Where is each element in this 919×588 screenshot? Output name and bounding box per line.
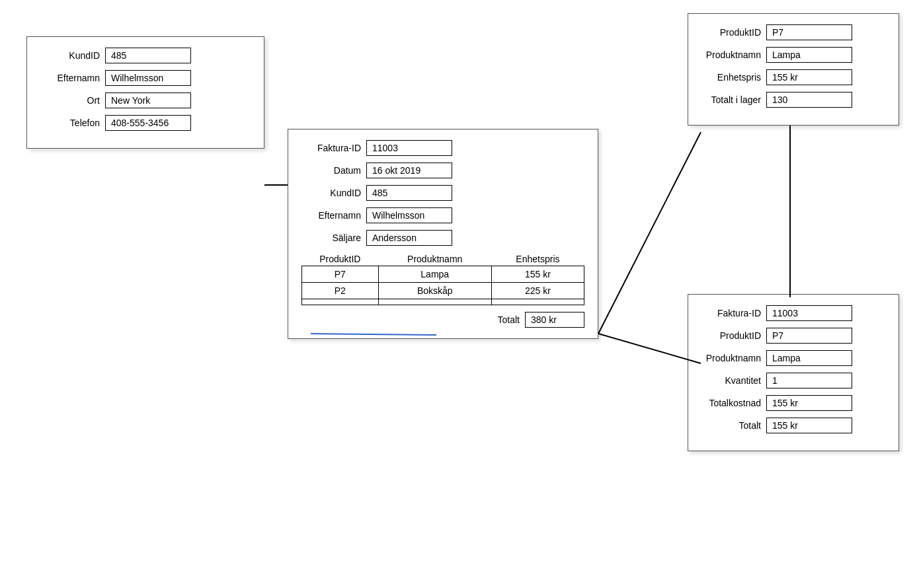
- totalt-value: 380 kr: [525, 312, 584, 328]
- efternamn-label: Efternamn: [40, 73, 100, 83]
- product-price-value: 155 kr: [766, 69, 852, 85]
- kundid-label: KundID: [40, 50, 100, 61]
- invoice-kundid-value: 485: [366, 185, 452, 201]
- table-cell-name: Lampa: [378, 266, 491, 283]
- saljare-label: Säljare: [301, 233, 361, 243]
- datum-label: Datum: [301, 165, 361, 176]
- product-price-label: Enhetspris: [701, 72, 761, 83]
- ort-label: Ort: [40, 95, 100, 106]
- product-stock-label: Totalt i lager: [701, 94, 761, 105]
- invoice-kundid-label: KundID: [301, 188, 361, 198]
- table-cell-id: [302, 299, 379, 305]
- product-id-label: ProduktID: [701, 27, 761, 38]
- svg-line-2: [598, 334, 701, 363]
- table-cell-price: [491, 299, 584, 305]
- product-name-label: Produktnamn: [701, 50, 761, 60]
- ol-totalt-label: Totalt: [701, 420, 761, 431]
- ol-faktura-label: Faktura-ID: [701, 308, 761, 318]
- table-row: P7Lampa155 kr: [302, 266, 584, 283]
- ol-kvantitet-value: 1: [766, 373, 852, 388]
- faktura-id-label: Faktura-ID: [301, 143, 361, 153]
- ol-totalkostnad-value: 155 kr: [766, 395, 852, 411]
- invoice-efternamn-value: Wilhelmsson: [366, 207, 452, 223]
- table-cell-price: 155 kr: [491, 266, 584, 283]
- table-cell-price: 225 kr: [491, 283, 584, 299]
- invoice-product-table: ProduktID Produktnamn Enhetspris P7Lampa…: [301, 252, 584, 305]
- product-card: ProduktID P7 Produktnamn Lampa Enhetspri…: [688, 13, 899, 126]
- table-cell-id: P2: [302, 283, 379, 299]
- table-cell-name: [378, 299, 491, 305]
- ol-produktid-value: P7: [766, 328, 852, 344]
- ol-totalt-value: 155 kr: [766, 418, 852, 433]
- datum-value: 16 okt 2019: [366, 163, 452, 178]
- totalt-label: Totalt: [498, 314, 520, 325]
- ol-produktnamn-label: Produktnamn: [701, 353, 761, 363]
- product-id-value: P7: [766, 24, 852, 40]
- orderline-card: Faktura-ID 11003 ProduktID P7 Produktnam…: [688, 294, 899, 451]
- kundid-value: 485: [105, 48, 191, 63]
- telefon-label: Telefon: [40, 118, 100, 128]
- telefon-value: 408-555-3456: [105, 115, 191, 131]
- table-cell-id: P7: [302, 266, 379, 283]
- ort-value: New York: [105, 92, 191, 108]
- table-row: P2Bokskåp225 kr: [302, 283, 584, 299]
- svg-line-1: [598, 132, 701, 334]
- product-name-value: Lampa: [766, 47, 852, 63]
- ol-totalkostnad-label: Totalkostnad: [701, 398, 761, 408]
- ol-kvantitet-label: Kvantitet: [701, 375, 761, 386]
- saljare-value: Andersson: [366, 230, 452, 246]
- ol-produktid-label: ProduktID: [701, 330, 761, 341]
- col-header-produktnamn: Produktnamn: [378, 252, 491, 266]
- invoice-efternamn-label: Efternamn: [301, 210, 361, 221]
- customer-card: KundID 485 Efternamn Wilhelmsson Ort New…: [26, 36, 264, 149]
- table-row: [302, 299, 584, 305]
- ol-faktura-value: 11003: [766, 305, 852, 321]
- efternamn-value: Wilhelmsson: [105, 70, 191, 86]
- faktura-id-value: 11003: [366, 140, 452, 156]
- product-stock-value: 130: [766, 92, 852, 108]
- invoice-card: Faktura-ID 11003 Datum 16 okt 2019 KundI…: [288, 129, 598, 339]
- ol-produktnamn-value: Lampa: [766, 350, 852, 366]
- col-header-enhetspris: Enhetspris: [491, 252, 584, 266]
- col-header-produktid: ProduktID: [302, 252, 379, 266]
- table-cell-name: Bokskåp: [378, 283, 491, 299]
